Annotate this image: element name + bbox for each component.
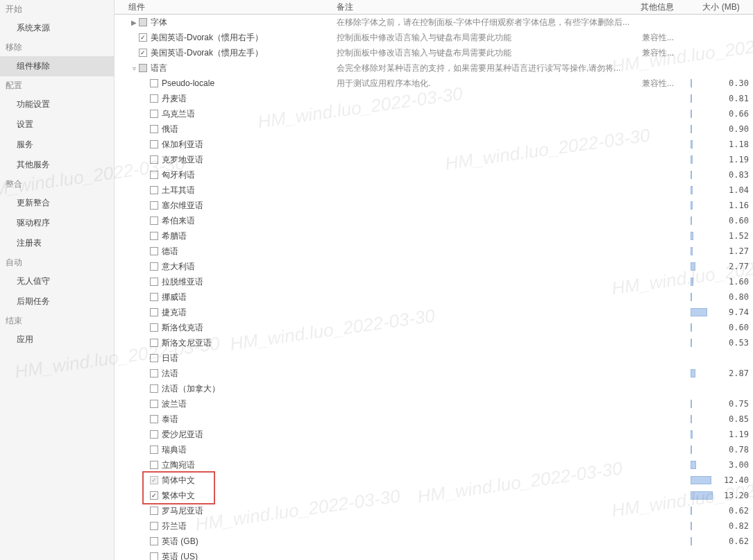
checkbox[interactable] [150,94,158,103]
tree-row[interactable]: 美国英语-Dvorak（惯用右手）控制面板中修改语言输入与键盘布局需要此功能兼容… [115,30,753,45]
sidebar-item[interactable]: 无人值守 [0,271,114,291]
sidebar-item[interactable]: 组件移除 [0,56,114,76]
sidebar-item[interactable]: 设置 [0,114,114,135]
size-bar [691,201,693,210]
checkbox[interactable] [150,278,158,286]
tree-row[interactable]: 挪威语0.80 [115,289,753,305]
tree-row[interactable]: 英语 (GB)0.62 [115,534,753,549]
checkbox[interactable] [150,155,158,164]
checkbox[interactable] [150,354,158,362]
tree-row[interactable]: 繁体中文13.20 [115,488,753,503]
checkbox[interactable] [150,384,158,393]
tree-row[interactable]: ▿语言会完全移除对某种语言的支持，如果需要用某种语言进行读写等操作,请勿将... [115,60,753,76]
sidebar-item[interactable]: 驱动程序 [0,213,114,233]
col-header-size[interactable]: 大小 (MB) [689,1,753,13]
tree-row[interactable]: 日语 [115,350,753,366]
size-cell: 0.60 [691,216,753,226]
checkbox[interactable] [150,507,158,515]
tree-row[interactable]: 瑞典语0.78 [115,442,753,457]
expand-icon[interactable]: ▿ [130,65,138,72]
checkbox[interactable] [150,369,158,377]
checkbox[interactable] [150,140,158,149]
tree-row[interactable]: 俄语0.90 [115,121,753,137]
tree-row[interactable]: 克罗地亚语1.19 [115,152,753,167]
tree-row[interactable]: 芬兰语0.82 [115,518,753,534]
tree-row[interactable]: 简体中文12.40 [115,473,753,488]
checkbox[interactable] [150,491,158,500]
tree-row[interactable]: 斯洛伐克语0.60 [115,320,753,335]
tree-row[interactable]: 法语（加拿大） [115,381,753,396]
checkbox[interactable] [139,18,147,26]
checkbox[interactable] [150,171,158,179]
tree-row[interactable]: 斯洛文尼亚语0.53 [115,335,753,350]
checkbox[interactable] [150,293,158,301]
size-cell: 0.81 [691,94,753,103]
tree-row[interactable]: 爱沙尼亚语1.19 [115,427,753,442]
checkbox[interactable] [150,461,158,469]
tree-row[interactable]: 保加利亚语1.18 [115,137,753,152]
checkbox[interactable] [150,217,158,225]
tree-row[interactable]: Pseudo-locale用于测试应用程序本地化.兼容性...0.30 [115,76,753,91]
col-header-note[interactable]: 备注 [337,1,641,13]
checkbox[interactable] [150,339,158,347]
sidebar-item[interactable]: 应用 [0,330,114,350]
checkbox[interactable] [139,33,147,42]
checkbox[interactable] [139,64,147,72]
checkbox[interactable] [150,125,158,133]
checkbox[interactable] [150,247,158,255]
tree-row[interactable]: 捷克语9.74 [115,305,753,320]
checkbox[interactable] [150,537,158,545]
component-tree[interactable]: ▶字体在移除字体之前，请在控制面板-字体中仔细观察者字体信息，有些字体删除后..… [115,15,753,560]
checkbox[interactable] [150,262,158,271]
size-bar [691,537,692,545]
tree-row[interactable]: 法语2.87 [115,366,753,381]
tree-row[interactable]: 丹麦语0.81 [115,91,753,106]
tree-row[interactable]: 塞尔维亚语1.16 [115,198,753,213]
checkbox[interactable] [150,110,158,118]
sidebar-item[interactable]: 服务 [0,135,114,155]
tree-row[interactable]: 立陶宛语3.00 [115,457,753,473]
tree-row[interactable]: 美国英语-Dvorak（惯用左手）控制面板中修改语言输入与键盘布局需要此功能兼容… [115,45,753,60]
checkbox[interactable] [150,186,158,194]
component-label: 希伯来语 [162,215,195,227]
sidebar-item[interactable]: 系统来源 [0,18,114,38]
col-header-other[interactable]: 其他信息 [641,1,689,13]
checkbox[interactable] [150,400,158,408]
tree-row[interactable]: 希伯来语0.60 [115,213,753,228]
checkbox[interactable] [150,446,158,454]
col-header-component[interactable]: 组件 [115,1,337,13]
tree-row[interactable]: 波兰语0.75 [115,396,753,411]
sidebar-item[interactable]: 其他服务 [0,155,114,175]
checkbox[interactable] [139,49,147,57]
checkbox[interactable] [150,201,158,210]
tree-row[interactable]: 德语1.27 [115,244,753,259]
component-label: 爱沙尼亚语 [162,429,203,441]
expand-icon[interactable]: ▶ [130,19,138,26]
tree-row[interactable]: 拉脱维亚语1.60 [115,274,753,289]
tree-row[interactable]: 泰语0.85 [115,411,753,427]
component-cell: 日语 [115,353,337,364]
checkbox[interactable] [150,430,158,439]
tree-row[interactable]: 意大利语2.77 [115,259,753,274]
sidebar-item[interactable]: 注册表 [0,233,114,253]
checkbox[interactable] [150,522,158,530]
size-text: 0.90 [729,124,749,134]
size-text: 0.80 [729,292,749,302]
tree-row[interactable]: 英语 (US) [115,549,753,560]
tree-row[interactable]: 土耳其语1.04 [115,183,753,198]
checkbox[interactable] [150,308,158,316]
checkbox[interactable] [150,415,158,423]
checkbox[interactable] [150,323,158,332]
sidebar-item[interactable]: 更新整合 [0,193,114,213]
tree-row[interactable]: ▶字体在移除字体之前，请在控制面板-字体中仔细观察者字体信息，有些字体删除后..… [115,15,753,30]
checkbox[interactable] [150,79,158,87]
tree-row[interactable]: 匈牙利语0.83 [115,167,753,183]
sidebar-item[interactable]: 后期任务 [0,291,114,312]
checkbox[interactable] [150,552,158,560]
sidebar-item[interactable]: 功能设置 [0,94,114,114]
tree-row[interactable]: 希腊语1.52 [115,228,753,244]
checkbox[interactable] [150,232,158,240]
component-cell: 捷克语 [115,307,337,319]
tree-row[interactable]: 罗马尼亚语0.62 [115,503,753,518]
tree-row[interactable]: 乌克兰语0.66 [115,106,753,121]
